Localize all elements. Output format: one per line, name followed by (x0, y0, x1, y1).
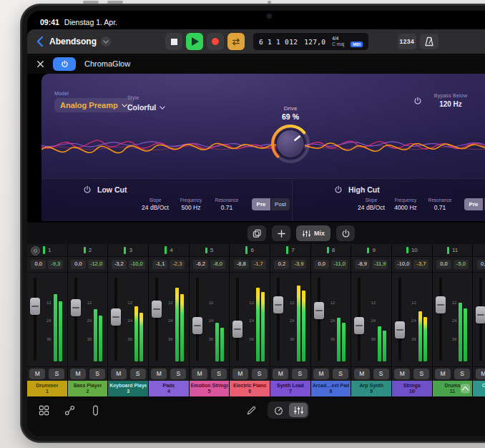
volume-value[interactable]: -6,2 (193, 260, 208, 268)
fader-handle[interactable] (152, 301, 162, 318)
mixer-power-button[interactable] (336, 225, 355, 241)
track-label[interactable]: Emotion Strings5 (190, 381, 230, 396)
fader-track[interactable] (236, 278, 239, 361)
track-label[interactable]: Drummer1 (27, 381, 67, 396)
project-menu-button[interactable] (101, 36, 111, 47)
low-cut-slope[interactable]: Slope 24 dB/Oct (139, 198, 172, 211)
bypass-below-control[interactable]: Bypass Below 120 Hz (428, 93, 474, 108)
low-cut-power-icon[interactable] (83, 185, 92, 194)
track-label[interactable]: Arcad…eet Pad8 (311, 381, 351, 396)
fader-track[interactable] (196, 278, 199, 361)
volume-value[interactable]: -1,1 (152, 260, 167, 268)
mute-button[interactable]: M (151, 369, 167, 379)
routing-button[interactable] (60, 401, 79, 419)
fader-handle[interactable] (232, 321, 242, 338)
controls-view-button[interactable] (269, 403, 288, 417)
fader-handle[interactable] (314, 302, 324, 319)
volume-value[interactable]: 0,2 (274, 260, 289, 268)
drive-knob[interactable] (270, 123, 311, 165)
fader-track[interactable] (155, 278, 158, 361)
close-icon[interactable] (36, 60, 44, 68)
fader-handle[interactable] (111, 308, 121, 326)
back-button[interactable] (36, 36, 44, 47)
fader-handle[interactable] (354, 317, 364, 334)
add-track-button[interactable] (272, 225, 290, 241)
plugin-power-button[interactable] (53, 57, 76, 71)
fader-track[interactable] (74, 278, 77, 361)
track-label[interactable]: Chorus V12 (473, 381, 485, 396)
fader-handle[interactable] (192, 317, 202, 334)
volume-value[interactable]: 0,0 (314, 260, 329, 268)
track-label[interactable]: Drums11 (433, 381, 473, 396)
fader-handle[interactable] (476, 306, 485, 323)
power-icon[interactable] (413, 97, 422, 105)
volume-value[interactable]: -8,9 (355, 260, 370, 268)
solo-button[interactable]: S (292, 369, 308, 379)
stop-button[interactable] (165, 33, 182, 50)
high-cut-frequency[interactable]: Frequency 4000 Hz (390, 198, 421, 211)
cycle-button[interactable] (227, 33, 245, 50)
project-title[interactable]: Abendsong (49, 36, 97, 47)
solo-button[interactable]: S (454, 369, 470, 379)
solo-button[interactable]: S (170, 369, 186, 379)
high-cut-resonance[interactable]: Resonance 0.71 (424, 198, 456, 211)
mute-button[interactable]: M (394, 369, 410, 379)
pre-button[interactable]: Pre (464, 198, 483, 210)
solo-button[interactable]: S (373, 369, 389, 379)
low-cut-frequency[interactable]: Frequency 500 Hz (175, 198, 207, 211)
fader-handle[interactable] (30, 298, 40, 315)
mute-button[interactable]: M (435, 369, 451, 379)
low-cut-resonance[interactable]: Resonance 0.71 (210, 198, 243, 211)
volume-value[interactable]: 0,0 (71, 260, 86, 268)
mute-button[interactable]: M (192, 369, 207, 379)
track-label[interactable]: Pads4 (149, 381, 189, 396)
record-button[interactable] (207, 33, 224, 50)
volume-value[interactable]: 0,0 (477, 260, 485, 268)
volume-value[interactable]: 0,0 (436, 260, 451, 268)
pre-button[interactable]: Pre (252, 198, 270, 210)
volume-value[interactable]: -8,8 (234, 260, 249, 268)
solo-button[interactable]: S (49, 369, 64, 379)
metronome-button[interactable] (420, 34, 439, 49)
post-button[interactable]: Post (271, 198, 290, 210)
mixer-view-button[interactable] (289, 403, 308, 417)
mute-button[interactable]: M (232, 369, 248, 379)
track-label[interactable]: Electric Piano6 (230, 381, 270, 396)
keyboard-button[interactable] (86, 401, 104, 419)
fader-track[interactable] (114, 278, 117, 361)
solo-button[interactable]: S (413, 369, 429, 379)
solo-button[interactable]: S (252, 369, 268, 379)
volume-value[interactable]: -3,2 (112, 260, 127, 268)
fader-track[interactable] (318, 278, 320, 361)
fader-handle[interactable] (436, 296, 446, 313)
track-label[interactable]: Arp Synth9 (351, 381, 391, 396)
style-value[interactable]: Colorful (127, 103, 165, 112)
mute-button[interactable]: M (476, 369, 485, 379)
high-cut-power-icon[interactable] (334, 185, 343, 194)
track-label[interactable]: Keyboard Player3 (108, 381, 148, 396)
solo-button[interactable]: S (333, 369, 348, 379)
fader-track[interactable] (479, 278, 482, 361)
track-label[interactable]: Synth Lead7 (270, 381, 310, 396)
browser-button[interactable] (34, 401, 53, 419)
fader-track[interactable] (358, 278, 361, 361)
fader-track[interactable] (439, 278, 442, 361)
fader-track[interactable] (34, 278, 36, 361)
track-label[interactable]: Bass Player2 (68, 381, 108, 396)
duplicate-button[interactable] (248, 225, 266, 241)
track-label[interactable]: Strings10 (392, 381, 432, 396)
fader-handle[interactable] (395, 321, 405, 339)
model-selector[interactable]: Model Analog Preamp (54, 91, 133, 112)
mute-button[interactable]: M (354, 369, 370, 379)
mute-button[interactable]: M (313, 369, 329, 379)
model-value[interactable]: Analog Preamp (54, 98, 133, 112)
volume-value[interactable]: -10,0 (395, 260, 411, 268)
solo-button[interactable]: S (130, 369, 146, 379)
count-in-button[interactable]: 1234 (398, 34, 416, 49)
mix-button[interactable]: Mix (296, 225, 330, 241)
solo-button[interactable]: S (211, 369, 227, 379)
fader-track[interactable] (277, 278, 280, 361)
mute-button[interactable]: M (273, 369, 288, 379)
solo-button[interactable]: S (89, 369, 105, 379)
collapse-chevron-icon[interactable] (461, 384, 470, 394)
